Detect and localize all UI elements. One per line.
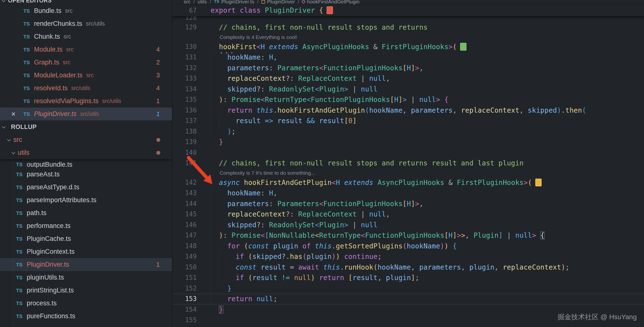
breadcrumb-item[interactable]: TSPluginDriver.ts	[214, 0, 254, 5]
file-name: process.ts	[27, 299, 57, 307]
code-line[interactable]: 141 // chains, first non-null result sto…	[172, 158, 644, 169]
line-number: 133	[172, 73, 197, 84]
code-line[interactable]: 136 return this.hookFirstAndGetPlugin(ho…	[172, 105, 644, 116]
tree-item[interactable]: TSPluginCache.ts	[0, 232, 172, 245]
code-line[interactable]: 146 skipped?: ReadonlySet<Plugin> | null	[172, 220, 644, 230]
code-line[interactable]: 138 );	[172, 126, 644, 137]
line-number: 134	[172, 84, 197, 95]
breadcrumb-item[interactable]: src	[184, 0, 190, 5]
sticky-scroll-line[interactable]: 67 export class PluginDriver {	[172, 5, 644, 16]
file-name: outputBundle.ts	[27, 161, 72, 168]
code-line[interactable]: 131 hookName: H,	[172, 52, 644, 63]
tree-item[interactable]: TSprocess.ts	[0, 297, 172, 310]
chevron-down-icon[interactable]	[2, 125, 6, 128]
tree-item[interactable]: TSpureFunctions.ts	[0, 310, 172, 322]
code-line[interactable]: 142 async hookFirstAndGetPlugin<H extend…	[172, 177, 644, 188]
codelens-annotation[interactable]: Complexity is 7 It's time to do somethin…	[172, 169, 644, 177]
code-line[interactable]: 137 result => result && result[0]	[172, 116, 644, 126]
tree-item[interactable]: TSPluginDriver.ts1	[0, 258, 172, 271]
tree-item[interactable]: TSparseAstType.d.ts	[0, 181, 172, 194]
line-number: 153	[172, 294, 197, 304]
code-text: if (skipped?.has(plugin)) continue;	[197, 251, 382, 262]
breadcrumb-item[interactable]: hookFirstAndGetPlugin	[302, 0, 360, 5]
open-editor-item[interactable]: TSModule.tssrc4	[0, 43, 172, 56]
code-line[interactable]: 129 // chains, first non-null result sto…	[172, 22, 644, 33]
tree-item[interactable]: TSpluginUtils.ts	[0, 271, 172, 284]
explorer-sticky-headers: ROLLUP srcutils	[0, 120, 172, 159]
line-number: 128	[172, 16, 197, 19]
file-path: src	[64, 33, 71, 40]
folder-name: utils	[18, 149, 30, 156]
code-line[interactable]: 149 if (skipped?.has(plugin)) continue;	[172, 251, 644, 262]
code-text: hookName: H,	[197, 188, 278, 199]
line-number: 138	[172, 126, 197, 137]
ts-icon: TS	[16, 210, 22, 216]
tree-item[interactable]: TSperformance.ts	[0, 219, 172, 232]
code-line[interactable]: 128	[172, 16, 644, 22]
chevron-down-icon[interactable]	[7, 137, 11, 141]
symbol-method-icon	[302, 0, 306, 4]
open-editor-item[interactable]: TSChunk.tssrc	[0, 30, 172, 43]
ts-icon: TS	[16, 313, 22, 319]
close-icon[interactable]: ×	[8, 110, 23, 119]
open-editor-item[interactable]: TSresolveId.tssrc/utils4	[0, 82, 172, 95]
ts-icon: TS	[16, 223, 22, 229]
tree-item[interactable]: TSoutputBundle.ts	[0, 159, 172, 168]
open-editor-item[interactable]: TSrenderChunks.tssrc/utils	[0, 17, 172, 30]
code-line[interactable]: 140	[172, 147, 644, 158]
code-line[interactable]: 130 hookFirst<H extends AsyncPluginHooks…	[172, 42, 644, 52]
tree-folder-src[interactable]: src	[0, 133, 172, 146]
file-name: pluginUtils.ts	[27, 274, 64, 281]
explorer-title: ROLLUP	[11, 123, 37, 130]
file-name: parseImportAttributes.ts	[27, 196, 96, 204]
code-text: parameters: Parameters<FunctionPluginHoo…	[197, 63, 424, 74]
code-line[interactable]: 133 replaceContext?: ReplaceContext | nu…	[172, 73, 644, 84]
code-text: parameters: Parameters<FunctionPluginHoo…	[197, 199, 424, 209]
code-text: hookName: H,	[197, 52, 278, 63]
problem-badge: 4	[156, 46, 160, 53]
open-editor-item[interactable]: TSGraph.tssrc2	[0, 56, 172, 69]
code-area[interactable]: 128129 // chains, first non-null result …	[172, 16, 644, 325]
tree-item[interactable]: TSparseAst.ts	[0, 168, 172, 181]
code-line[interactable]: 151 if (result != null) return [result, …	[172, 272, 644, 283]
tree-item[interactable]: TSparseImportAttributes.ts	[0, 194, 172, 207]
file-name: ModuleLoader.ts	[34, 72, 83, 79]
tree-item[interactable]: TSpath.ts	[0, 207, 172, 219]
tree-folder-utils[interactable]: utils	[0, 146, 172, 159]
chevron-down-icon[interactable]	[2, 0, 6, 2]
code-line[interactable]: 132 parameters: Parameters<FunctionPlugi…	[172, 63, 644, 74]
code-line[interactable]: 152 }	[172, 283, 644, 294]
open-editor-item[interactable]: TSresolveIdViaPlugins.tssrc/utils1	[0, 95, 172, 108]
ts-icon: TS	[23, 34, 30, 40]
file-path: src	[65, 8, 72, 14]
breadcrumb-item[interactable]: PluginDriver	[262, 0, 295, 5]
file-name: PluginDriver.ts	[34, 110, 76, 118]
tree-item[interactable]: TSPluginContext.ts	[0, 245, 172, 258]
code-line[interactable]: 148 for (const plugin of this.getSortedP…	[172, 241, 644, 252]
explorer-section-header[interactable]: ROLLUP	[0, 120, 172, 133]
code-line[interactable]: 144 parameters: Parameters<FunctionPlugi…	[172, 199, 644, 209]
explorer-files: TSoutputBundle.tsTSparseAst.tsTSparseAst…	[0, 159, 172, 322]
file-path: src	[66, 46, 74, 53]
file-path: src/utils	[71, 85, 90, 92]
tree-item[interactable]: TSprintStringList.ts	[0, 284, 172, 297]
line-number: 67	[172, 5, 197, 16]
code-line[interactable]: 135 ): Promise<ReturnType<FunctionPlugin…	[172, 94, 644, 105]
code-line[interactable]: 145 replaceContext?: ReplaceContext | nu…	[172, 209, 644, 220]
open-editors-section-header[interactable]: OPEN EDITORS	[0, 0, 172, 5]
codelens-annotation[interactable]: Complexity is 4 Everything is cool!	[172, 33, 644, 42]
file-name: Graph.ts	[34, 59, 59, 66]
code-line[interactable]: 143 hookName: H,	[172, 188, 644, 199]
open-editor-item[interactable]: ×TSPluginDriver.tssrc/utils1	[0, 108, 172, 120]
code-line[interactable]: 153 return null;	[172, 294, 644, 304]
code-line[interactable]: 150 const result = await this.runHook(ho…	[172, 262, 644, 273]
code-line[interactable]: 147 ): Promise<[NonNullable<ReturnType<F…	[172, 230, 644, 241]
open-editor-item[interactable]: TSBundle.tssrc	[0, 5, 172, 17]
line-number: 143	[172, 188, 197, 199]
code-line[interactable]: 134 skipped?: ReadonlySet<Plugin> | null	[172, 84, 644, 95]
chevron-down-icon[interactable]	[12, 150, 15, 154]
breadcrumb-item[interactable]: utils	[198, 0, 207, 5]
code-text: async hookFirstAndGetPlugin<H extends As…	[197, 177, 542, 188]
code-line[interactable]: 139 }	[172, 137, 644, 147]
open-editor-item[interactable]: TSModuleLoader.tssrc3	[0, 69, 172, 82]
